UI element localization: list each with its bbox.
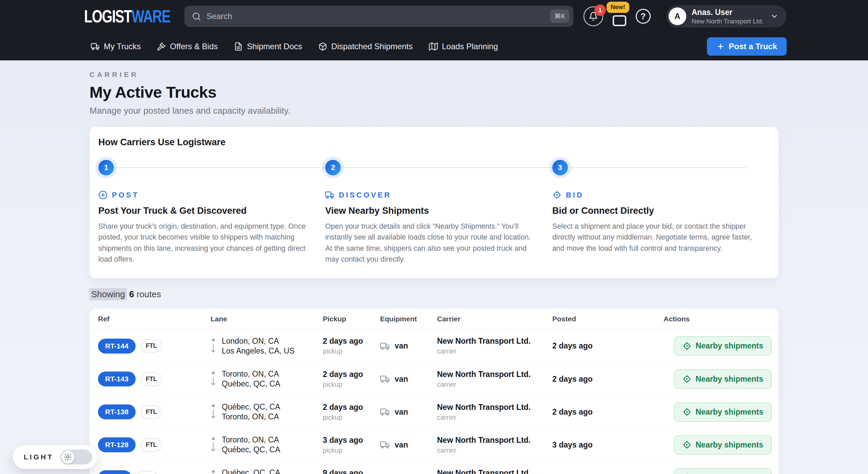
plus-circle-icon — [98, 190, 107, 200]
nearby-shipments-button[interactable]: Nearby shipments — [674, 468, 772, 474]
pickup-label: pickup — [323, 381, 380, 388]
nav-item-dispatched-shipments[interactable]: Dispatched Shipments — [318, 42, 413, 51]
whats-new-button[interactable]: New! — [613, 6, 626, 26]
ref-badge: RT-144 — [98, 339, 136, 354]
how-it-works-card: How Carriers Use Logistware 1 2 3 — [90, 127, 778, 278]
steps-progress: 1 2 3 — [98, 160, 765, 175]
step-description: Open your truck details and click “Nearb… — [325, 221, 538, 265]
target-icon — [552, 190, 561, 200]
nearby-shipments-label: Nearby shipments — [696, 375, 763, 384]
step-connector-line — [571, 167, 747, 168]
equipment-type: van — [395, 375, 408, 384]
carrier-label: carrier — [437, 347, 552, 355]
routes-summary-suffix: routes — [137, 289, 161, 299]
help-button[interactable]: ? — [636, 9, 651, 24]
nav-item-offers-bids[interactable]: Offers & Bids — [157, 42, 218, 51]
table-row[interactable]: RT-143 FTL Toronto, ON, CA Québec, QC, C… — [90, 362, 778, 395]
equipment-cell: container — [380, 473, 437, 474]
truck-icon — [91, 42, 100, 51]
pickup-label: pickup — [323, 414, 380, 421]
truck-icon — [380, 440, 390, 450]
table-row[interactable]: RT-86 LTL Québec, QC, CA London, ON, CA — [90, 461, 778, 474]
table-header-row: Ref Lane Pickup Equipment Carrier Posted… — [90, 308, 778, 329]
logo[interactable]: LOGISTWARE — [81, 6, 170, 26]
column-header-pickup: Pickup — [323, 315, 380, 323]
user-menu[interactable]: A Anas. User New North Transport Ltd. — [666, 5, 787, 27]
search-input[interactable] — [206, 12, 544, 21]
page-title: My Active Trucks — [90, 83, 778, 101]
equipment-type: van — [395, 341, 408, 350]
posted-time: 2 days ago — [552, 407, 664, 417]
step-post: POST Post Your Truck & Get Discovered Sh… — [98, 190, 311, 265]
target-icon — [683, 375, 691, 383]
post-a-truck-button[interactable]: Post a Truck — [707, 37, 787, 56]
new-badge: New! — [607, 2, 629, 13]
truck-icon — [380, 374, 390, 384]
nav-label: Shipment Docs — [247, 42, 302, 51]
pickup-time: 9 days ago — [323, 469, 380, 474]
sun-icon — [61, 451, 74, 463]
nearby-shipments-button[interactable]: Nearby shipments — [674, 336, 772, 356]
nav-item-loads-planning[interactable]: Loads Planning — [429, 42, 498, 51]
lane-origin: Toronto, ON, CA — [222, 369, 280, 379]
step-heading: Bid or Connect Directly — [552, 206, 765, 216]
target-icon — [683, 342, 691, 350]
load-type-badge: FTL — [141, 438, 162, 452]
ref-badge: RT-128 — [98, 437, 136, 452]
nearby-shipments-button[interactable]: Nearby shipments — [674, 369, 772, 389]
carrier-cell: New North Transport Ltd. carrier — [437, 436, 552, 454]
page-eyebrow: CARRIER — [90, 71, 778, 79]
pickup-time: 3 days ago — [323, 436, 380, 445]
user-company: New North Transport Ltd. — [692, 18, 764, 25]
table-row[interactable]: RT-144 FTL London, ON, CA Los Angeles, C… — [90, 329, 778, 362]
carrier-cell: New North Transport Ltd. carrier — [437, 337, 552, 355]
carrier-name: New North Transport Ltd. — [437, 403, 552, 412]
truck-icon — [380, 473, 390, 474]
notifications-button[interactable]: 1 — [584, 6, 603, 26]
step-tag: POST — [112, 191, 139, 200]
main-nav: My Trucks Offers & Bids Shipment Docs Di… — [81, 33, 787, 60]
table-row[interactable]: RT-128 FTL Toronto, ON, CA Québec, QC, C… — [90, 428, 778, 461]
main-content: CARRIER My Active Trucks Manage your pos… — [0, 60, 868, 474]
carrier-cell: New North Transport Ltd. carrier — [437, 469, 552, 474]
gavel-icon — [157, 42, 166, 51]
nav-item-shipment-docs[interactable]: Shipment Docs — [234, 42, 302, 51]
theme-toggle[interactable]: LIGHT — [13, 445, 97, 469]
nav-label: Dispatched Shipments — [331, 42, 413, 51]
nearby-shipments-button[interactable]: Nearby shipments — [674, 435, 772, 455]
step-connector-line — [343, 167, 554, 168]
logo-part-2: WARE — [132, 6, 170, 25]
nearby-shipments-label: Nearby shipments — [696, 407, 763, 417]
pickup-cell: 2 days ago pickup — [323, 337, 380, 355]
load-type-badge: FTL — [141, 372, 162, 386]
table-row[interactable]: RT-138 FTL Québec, QC, CA Toronto, ON, C… — [90, 395, 778, 428]
lane-destination: Los Angeles, CA, US — [222, 346, 295, 356]
carrier-name: New North Transport Ltd. — [437, 337, 552, 346]
step-description: Share your truck’s origin, destination, … — [98, 221, 311, 265]
carrier-label: carrier — [437, 447, 552, 454]
carrier-name: New North Transport Ltd. — [437, 436, 552, 445]
equipment-cell: van — [380, 341, 437, 351]
posted-time: 2 days ago — [552, 375, 664, 384]
theme-toggle-switch[interactable] — [60, 450, 92, 464]
theme-toggle-label: LIGHT — [24, 453, 54, 461]
route-origin-destination-icon — [211, 338, 216, 355]
notification-count-badge: 1 — [594, 4, 606, 16]
nearby-shipments-label: Nearby shipments — [696, 341, 763, 350]
search-bar[interactable]: ⌘K — [184, 6, 573, 27]
question-mark-icon: ? — [640, 12, 646, 21]
ref-badge: RT-86 — [98, 470, 132, 474]
user-name: Anas. User — [692, 8, 764, 17]
lane-cell: Toronto, ON, CA Québec, QC, CA — [211, 435, 323, 455]
nav-item-my-trucks[interactable]: My Trucks — [91, 42, 141, 51]
nearby-shipments-button[interactable]: Nearby shipments — [674, 402, 772, 422]
pickup-label: pickup — [323, 347, 380, 355]
carrier-name: New North Transport Ltd. — [437, 469, 552, 474]
carrier-label: carrier — [437, 381, 552, 388]
ref-badge: RT-143 — [98, 372, 136, 386]
step-connector-line — [117, 167, 327, 168]
equipment-cell: van — [380, 374, 437, 384]
step-2-dot: 2 — [325, 160, 538, 175]
avatar: A — [669, 7, 686, 25]
lane-origin: Québec, QC, CA — [222, 468, 280, 474]
